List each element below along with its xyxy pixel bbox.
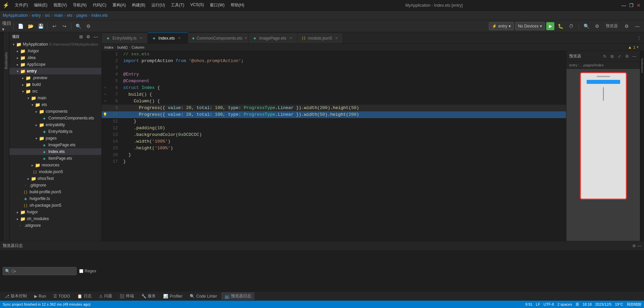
tree-entryability-folder[interactable]: ▸ 📁 entryability (9, 121, 101, 128)
code-editor[interactable]: 1 // xxx.ets 2 import promptAction from … (102, 51, 566, 241)
debug-btn[interactable]: 🐛 (556, 21, 565, 31)
entry-dropdown[interactable]: ⚡ entry ▾ (489, 22, 514, 30)
tab-entryability[interactable]: ◈ EntryAbility.ts ✕ (102, 33, 148, 43)
bottom-panel-settings-icon[interactable]: ⚙ (632, 244, 636, 248)
breadcrumb-src[interactable]: src (45, 13, 50, 18)
run-button[interactable]: ▶ (546, 22, 554, 30)
footer-tab-profiler[interactable]: 📊 Profiler (160, 293, 186, 300)
menu-window[interactable]: 窗口(W) (207, 1, 227, 9)
tree-entry[interactable]: ▾ 📁 entry (9, 68, 101, 74)
footer-tab-todo[interactable]: ☰ TODO (50, 293, 73, 300)
tree-ets[interactable]: ▾ 📁 ets (9, 101, 101, 108)
warning-expand-icon[interactable]: ▾ (637, 45, 639, 49)
settings-icon[interactable]: ⚙ (592, 21, 602, 31)
search-icon[interactable]: 🔍 (582, 21, 591, 31)
footer-tab-codelinter[interactable]: 🔍 Code Linter (186, 293, 220, 300)
sidebar-filter-btn[interactable]: ⚙ (85, 34, 91, 40)
breadcrumb-pages[interactable]: pages (76, 13, 87, 18)
menu-refactor[interactable]: 重构(A) (110, 1, 129, 9)
footer-tab-previewlog[interactable]: 📺 预览器日志 (221, 292, 255, 300)
menu-vcs[interactable]: VCS(S) (188, 1, 207, 9)
tree-buildprofile[interactable]: { } build-profile.json5 (9, 189, 101, 195)
tab-imagepage-close[interactable]: ✕ (288, 36, 293, 41)
footer-tab-vcs[interactable]: ⎇ 版本控制 (1, 292, 30, 300)
bc-column[interactable]: Column (132, 45, 144, 49)
tree-preview[interactable]: ▸ 📁 .preview (9, 74, 101, 81)
breadcrumb-entry[interactable]: entry (32, 13, 41, 18)
encoding[interactable]: UTF-8 (544, 302, 554, 306)
tree-resources[interactable]: ▸ 📁 resources (9, 162, 101, 168)
preview-close-btn[interactable]: — (633, 21, 642, 31)
tree-ohostest[interactable]: ▸ 📁 ohosTest (9, 175, 101, 182)
footer-tab-services[interactable]: 🔧 服务 (138, 292, 159, 300)
tree-entryability-ts[interactable]: ◈ EntryAbility.ts (9, 128, 101, 135)
tree-hvigor[interactable]: ▸ 📁 .hvigor (9, 48, 101, 54)
menu-view[interactable]: 视图(V) (51, 1, 70, 9)
tab-modulejson[interactable]: { } module.json5 ✕ (297, 33, 343, 43)
tree-modulejson[interactable]: { } module.json5 (9, 168, 101, 175)
log-search-input[interactable] (11, 269, 72, 273)
tree-appscope[interactable]: ▸ 📁 AppScope (9, 61, 101, 68)
toolbar-open-btn[interactable]: 📂 (26, 21, 35, 31)
breadcrumb-app[interactable]: MyApplication (3, 13, 28, 18)
log-search-box[interactable]: 🔍 (3, 267, 77, 275)
toolbar-settings-btn[interactable]: ⚙ (84, 21, 93, 31)
tab-imagepage[interactable]: ◈ ImagePage.ets ✕ (248, 33, 297, 43)
tree-idea[interactable]: ▸ 📁 .idea (9, 54, 101, 61)
preview-settings-btn[interactable]: ⚙ (622, 21, 631, 31)
tree-hvigor-root[interactable]: ▸ 📁 hvigor (9, 209, 101, 215)
preview-grid-icon[interactable]: ⊞ (609, 53, 615, 59)
preview-minimize-icon[interactable]: — (631, 53, 637, 59)
breadcrumb-file[interactable]: Index.ets (91, 13, 108, 18)
tree-main[interactable]: ▾ 📁 main (9, 95, 101, 101)
menu-build[interactable]: 构建(B) (129, 1, 148, 9)
footer-tab-terminal[interactable]: ⬛ 终端 (116, 292, 137, 300)
tree-oh-modules[interactable]: ▸ 📁 oh_modules (9, 215, 101, 222)
regex-checkbox[interactable] (79, 269, 83, 273)
tree-itempage[interactable]: ◈ ItemPage.ets (9, 155, 101, 162)
tree-src[interactable]: ▾ 📁 src (9, 88, 101, 95)
bottom-panel-close-icon[interactable]: — (637, 244, 641, 248)
footer-tab-problems[interactable]: ⚠ 问题 (96, 292, 116, 300)
tab-entryability-close[interactable]: ✕ (139, 36, 143, 41)
menu-file[interactable]: 文件(F) (12, 1, 31, 9)
close-button[interactable]: ✕ (636, 3, 641, 8)
menu-nav[interactable]: 导航(N) (70, 1, 89, 9)
toolbar-search-btn[interactable]: 🔍 (74, 21, 83, 31)
tree-components[interactable]: ▸ 📁 components (9, 108, 101, 115)
maximize-button[interactable]: ❐ (629, 3, 634, 8)
profile-btn[interactable]: ⏱ (566, 21, 576, 31)
tab-commoncomponents[interactable]: ◈ CommonComponents.ets ✕ (188, 33, 248, 43)
tab-modulejson-close[interactable]: ✕ (334, 36, 339, 41)
lightbulb-icon[interactable]: 💡 (103, 111, 107, 118)
tree-index[interactable]: ◈ Index.ets (9, 148, 101, 155)
menu-help[interactable]: 帮助(H) (228, 1, 247, 9)
sidebar-collapse-btn[interactable]: ⊞ (78, 34, 84, 40)
tree-aitignore[interactable]: ◦ .aitignore (9, 222, 101, 229)
sidebar-close-btn[interactable]: — (93, 34, 99, 40)
keyboard-layout[interactable]: 英 (576, 302, 579, 307)
toolbar-undo-btn[interactable]: ↩ (50, 21, 59, 31)
footer-tab-run[interactable]: ▶ Run (31, 293, 49, 300)
tree-hvigorfile[interactable]: ◈ hvigorfile.ts (9, 195, 101, 202)
bc-index[interactable]: Index (104, 45, 113, 49)
tree-gitignore[interactable]: ◦ .gitignore (9, 182, 101, 189)
tab-commoncomponents-close[interactable]: ✕ (244, 36, 247, 41)
indent-spaces[interactable]: 2 spaces (557, 302, 572, 306)
tab-index-close[interactable]: ✕ (177, 36, 182, 41)
breadcrumb-main[interactable]: main (54, 13, 63, 18)
breadcrumb-ets[interactable]: ets (67, 13, 72, 18)
tree-ohpackage[interactable]: { } oh-package.json5 (9, 202, 101, 209)
project-dropdown[interactable]: 项目▾ (2, 21, 11, 31)
preview-refresh-icon[interactable]: ↻ (602, 53, 608, 59)
tree-commoncomponents[interactable]: ◈ CommonComponents.ets (9, 115, 101, 121)
menu-run[interactable]: 运行(U) (149, 1, 168, 9)
tree-build[interactable]: ▸ 📁 build (9, 81, 101, 88)
toolbar-new-btn[interactable]: 📄 (16, 21, 25, 31)
tree-root[interactable]: ▾ 📁 MyApplication E:\HarmonyOS\MyApplica… (9, 41, 101, 48)
devices-dropdown[interactable]: No Devices ▾ (515, 22, 545, 30)
menu-code[interactable]: 代码(C) (90, 1, 109, 9)
bc-build[interactable]: build() (118, 45, 128, 49)
toolbar-redo-btn[interactable]: ↪ (60, 21, 69, 31)
tab-index[interactable]: ◈ Index.ets ✕ (148, 33, 188, 43)
